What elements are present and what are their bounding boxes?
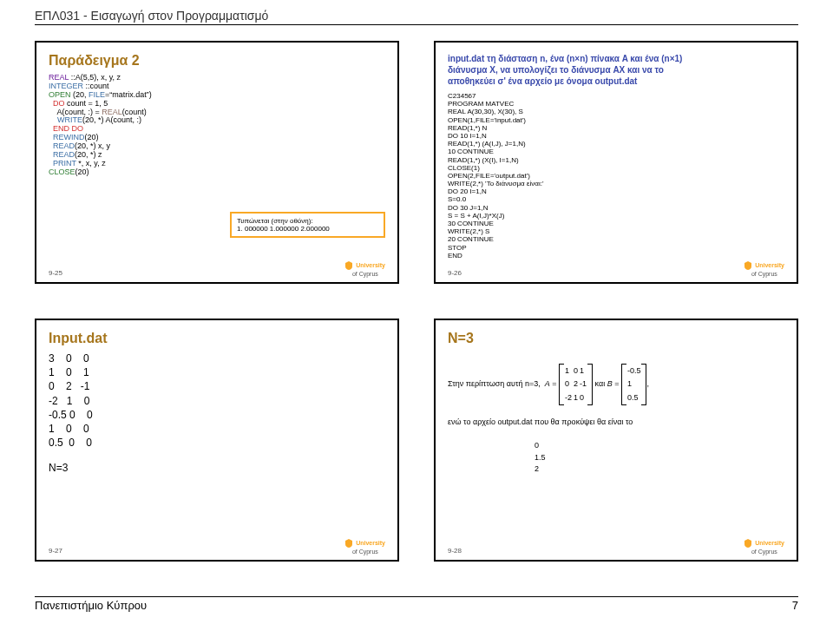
shield-icon [344, 260, 354, 271]
shield-icon [344, 538, 354, 549]
university-logo: University of Cyprus [743, 538, 784, 555]
slide-28-num: 9-28 [448, 547, 462, 555]
list-item: -2 1 0 [49, 394, 385, 408]
slide-26-num: 9-26 [448, 269, 462, 277]
footer-left: Πανεπιστήμιο Κύπρου [35, 599, 147, 612]
list-item: 1 0 0 [49, 422, 385, 436]
slide-25-output-box: Τυπώνεται (στην οθόνη): 1. 000000 1.0000… [230, 212, 385, 238]
list-item: -0.5 0 0 [49, 408, 385, 422]
list-item: 0 2 -1 [49, 379, 385, 393]
list-item: 0.5 0 0 [49, 436, 385, 450]
slide-26-title: input.dat τη διάσταση n, ένα (n×n) πίνακ… [448, 53, 784, 87]
slide-26: input.dat τη διάσταση n, ένα (n×n) πίνακ… [434, 41, 798, 284]
list-item: 1 0 1 [49, 365, 385, 379]
page-header: ΕΠΛ031 - Εισαγωγή στον Προγραμματισμό [35, 9, 798, 25]
slide-28-title: Ν=3 [448, 331, 784, 346]
slide-27-num: 9-27 [49, 547, 62, 555]
slide-25-num: 9-25 [49, 269, 62, 277]
slide-25-code: REAL ::A(5,5), x, y, z INTEGER ::count O… [49, 74, 237, 177]
output-row: 0 [535, 440, 784, 452]
footer-page-num: 7 [792, 599, 798, 612]
university-logo: University of Cyprus [743, 260, 784, 277]
output-row: 2 [535, 463, 784, 476]
output-values: 1. 000000 1.000000 2.000000 [237, 225, 378, 233]
university-logo: University of Cyprus [344, 538, 385, 555]
slide-25-title: Παράδειγμα 2 [49, 53, 385, 69]
page-footer: Πανεπιστήμιο Κύπρου 7 [35, 596, 798, 612]
slide-25: Παράδειγμα 2 REAL ::A(5,5), x, y, z INTE… [35, 41, 399, 284]
matrix-equation: Στην περίπτωση αυτή n=3, A = 101 02-1 -2… [448, 364, 784, 476]
slides-grid: Παράδειγμα 2 REAL ::A(5,5), x, y, z INTE… [35, 41, 798, 562]
slide-27-title: Ιnput.dat [49, 331, 385, 346]
shield-icon [743, 538, 753, 549]
n-equals-label: N=3 [49, 462, 385, 474]
output-row: 1.5 [535, 452, 784, 464]
university-logo: University of Cyprus [344, 260, 385, 277]
list-item: 3 0 0 [49, 352, 385, 365]
output-label: Τυπώνεται (στην οθόνη): [237, 217, 378, 225]
shield-icon [743, 260, 753, 271]
input-dat-rows: 3 0 0 1 0 1 0 2 -1 -2 1 0 -0.5 0 0 1 0 0… [49, 352, 385, 450]
slide-28: Ν=3 Στην περίπτωση αυτή n=3, A = 101 02-… [434, 319, 798, 562]
slide-26-code: C234567 PROGRAM MATVEC REAL A(30,30), X(… [448, 92, 784, 260]
slide-27: Ιnput.dat 3 0 0 1 0 1 0 2 -1 -2 1 0 -0.5… [35, 319, 399, 562]
